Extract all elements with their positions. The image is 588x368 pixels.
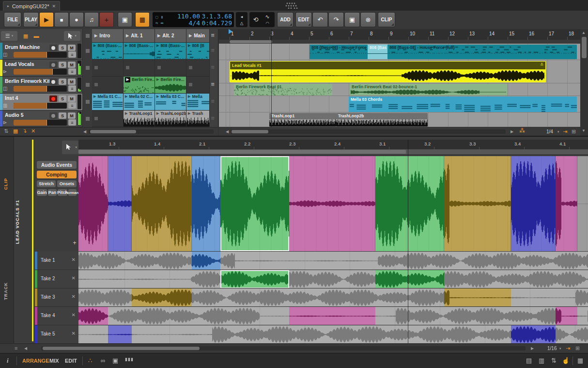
take-remove-icon[interactable]: ✕ (72, 275, 76, 281)
comp-segment-take-5[interactable] (511, 156, 556, 251)
launcher-empty-slot[interactable] (155, 60, 186, 77)
arranger-clip-808-bass-08-house-force[interactable]: 808 (Bass-08) - House Force ( (309, 45, 368, 59)
take-region-take-4[interactable] (556, 307, 577, 325)
take-region-take-2[interactable] (220, 270, 289, 288)
position-value[interactable]: 3.1.3.68 (201, 13, 232, 20)
arranger-clip-berlin-firework-beat-02-bounce-1[interactable]: Berlin Firework Beat 02-bounce-1 (350, 84, 507, 96)
scene-header-alt-1[interactable]: ▶Alt. 1 (124, 29, 155, 43)
launcher-empty-slot[interactable] (186, 60, 210, 77)
play-menu-button[interactable]: PLAY (23, 12, 39, 27)
adaptive-grid-icon[interactable]: ⊞ (575, 345, 580, 352)
clip-play-icon[interactable]: ▶ (188, 44, 190, 48)
editor-snap-value[interactable]: 1/16 (547, 346, 557, 351)
automation-write-icon[interactable]: ∿ (265, 14, 269, 20)
clip-play-icon[interactable]: ▶ (156, 78, 159, 81)
clip-play-icon[interactable]: ▶ (93, 95, 96, 98)
track-menu-button[interactable]: ≡ (68, 85, 76, 92)
layers-icon[interactable]: ≡ (15, 345, 17, 351)
tab-clip[interactable]: CLIP (3, 178, 8, 190)
comp-lane[interactable] (78, 156, 588, 251)
arranger-clip-808-bas[interactable]: 808 (Bas (368, 45, 387, 59)
scene-play-icon[interactable]: ▶ (189, 33, 192, 38)
scroll-down-icon[interactable]: ▼ (582, 128, 586, 133)
scene-alt-row-icon[interactable]: ≣ (211, 48, 215, 53)
comp-segment-take-4[interactable] (78, 156, 108, 251)
arranger-clip-trashloop1[interactable]: TrashLoop1 (269, 113, 336, 127)
editor-zoom-range[interactable] (78, 150, 406, 154)
arranger-lane-drum[interactable]: 808 (Bass-08) - House Force (808 (Bas808… (219, 44, 580, 60)
arranger-ruler[interactable]: 123456789101112131415161718 (219, 29, 580, 40)
record-arm-button[interactable] (49, 62, 57, 68)
volume-fader[interactable] (14, 120, 67, 126)
comp-segment-take-2[interactable] (220, 156, 289, 251)
stop-all-scenes-button[interactable] (86, 34, 90, 38)
record-arm-button[interactable] (49, 79, 57, 85)
comp-segment-take-4[interactable] (556, 156, 577, 251)
undo-button[interactable]: ↶ (312, 12, 328, 27)
editor-ruler[interactable]: 1.31.42.12.22.32.43.13.23.33.44.1 (78, 140, 588, 149)
time-value[interactable]: 0:04.729 (201, 20, 232, 27)
adaptive-grid-icon[interactable]: ⊞ (572, 128, 576, 135)
scroll-left-icon[interactable]: ◀ (24, 346, 27, 351)
snap-to-grid-icon[interactable]: ⇥ (566, 345, 570, 352)
arranger-zoom-bar[interactable] (219, 40, 580, 44)
take-lane-take-2[interactable] (78, 270, 588, 288)
scene-alt-row-icon[interactable]: ≣ (211, 81, 215, 87)
launcher-empty-slot[interactable] (124, 60, 155, 77)
scene-play-icon[interactable]: ▶ (126, 33, 129, 38)
arranger-clip-trashloop2b[interactable]: TrashLoop2b (336, 113, 428, 127)
onsets-button[interactable]: Onsets (57, 180, 77, 187)
mute-button[interactable]: M (68, 45, 76, 51)
stop-track-clips-button[interactable] (86, 83, 90, 87)
scene-alt-row-icon[interactable]: ≣ (211, 64, 215, 70)
track-header-lead-vocals[interactable]: Lead VocalsSM⊳≡ (0, 60, 82, 77)
editor-hscroll-thumb[interactable] (43, 347, 200, 350)
launcher-empty-slot[interactable] (92, 77, 124, 94)
take-region-take-3[interactable] (444, 288, 511, 307)
scene-header-alt-2[interactable]: ▶Alt. 2 (155, 29, 186, 43)
take-label-take-2[interactable]: Take 2✕ (35, 270, 78, 288)
touch-panel-icon[interactable]: ☝ (562, 357, 570, 364)
volume-fader[interactable] (14, 69, 67, 75)
track-header-audio-5[interactable]: Audio 5SM⊳≡ (0, 111, 82, 127)
launcher-clip-trashloop1[interactable]: ▶TrashLoop1 (124, 111, 155, 127)
follow-playback-icon[interactable]: ↴ (22, 128, 27, 134)
groove-button[interactable]: ♫ (84, 12, 99, 27)
track-menu-button[interactable]: ≡ (68, 51, 76, 58)
take-region-take-5[interactable] (108, 325, 132, 344)
inspector-panel-icon[interactable]: ▥ (539, 357, 544, 364)
take-lane-take-3[interactable] (78, 288, 588, 307)
editor-zoom-band[interactable] (78, 149, 588, 154)
clip-play-icon[interactable]: ▶ (93, 44, 96, 48)
solo-button[interactable]: S (59, 79, 66, 85)
gain-button[interactable]: Gain (37, 189, 47, 196)
scene-alt-row-icon[interactable]: ≣ (211, 115, 215, 121)
automation-curve-icon[interactable]: ⌒ (266, 20, 269, 26)
arranger-vscroll-thumb[interactable] (582, 37, 587, 58)
mute-button[interactable]: M (68, 62, 76, 68)
launcher-hscrollbar[interactable] (89, 129, 214, 134)
launcher-clip-mella-03-c[interactable]: ▶Mella 03 C... (155, 94, 186, 111)
launcher-empty-slot[interactable] (186, 77, 210, 94)
launcher-clip-mella-01-c[interactable]: ▶Mella 01 C... (92, 94, 124, 111)
launcher-clip-808-b[interactable]: ▶808 (B (186, 43, 210, 60)
track-header-drum-machine[interactable]: Drum MachineSM◫≡ (0, 43, 82, 60)
redo-button[interactable]: ↷ (328, 12, 344, 27)
info-icon[interactable]: i (7, 357, 9, 365)
arranger-zoom-thumb[interactable] (230, 40, 272, 43)
clip-play-icon[interactable]: ▶ (156, 44, 159, 48)
track-header-berlin-firework-kit[interactable]: Berlin Firework KitSM◫≡ (0, 77, 82, 94)
comp-segment-take-5[interactable] (108, 156, 132, 251)
arranger-clip-berlin-firework-beat-01[interactable]: Berlin Firework Beat 01 (234, 84, 332, 96)
launcher-clip-mella-02-c[interactable]: ▶Mella 02 C... (124, 94, 155, 111)
take-remove-icon[interactable]: ✕ (72, 331, 76, 336)
file-menu-button[interactable]: FILE (4, 12, 21, 27)
track-sort-menu-button[interactable]: ☰ ▾ (1, 31, 17, 41)
launcher-clip-mella[interactable]: ▶Mella (186, 94, 210, 111)
arranger-hscroll-thumb[interactable] (232, 130, 268, 133)
arranger-lane-inst[interactable]: Mella 03 Chords (219, 96, 580, 112)
view-edit-button[interactable]: EDIT (65, 358, 77, 364)
take-lane-take-5[interactable] (78, 325, 588, 344)
arranger-clip-lead-vocals-1[interactable]: Lead Vocals #1≚ (230, 61, 546, 82)
clip-play-icon[interactable]: ▶ (156, 112, 159, 115)
